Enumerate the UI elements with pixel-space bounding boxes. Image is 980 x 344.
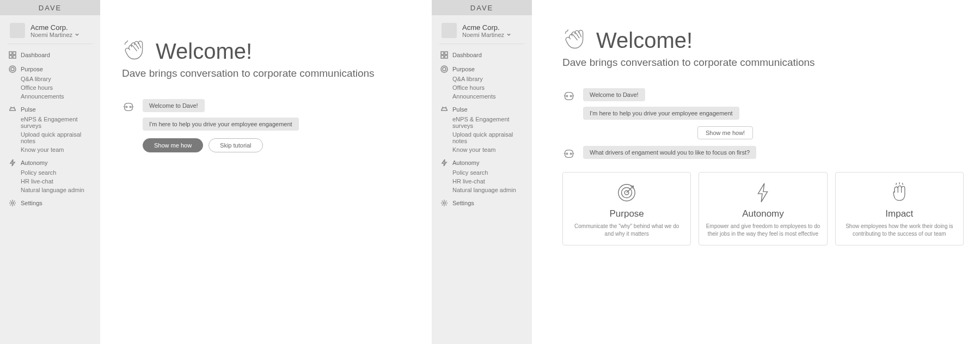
nav-label: Pulse	[452, 106, 468, 113]
nav-purpose-office[interactable]: Office hours	[9, 83, 97, 92]
svg-rect-3	[13, 56, 16, 58]
onboarding-chat: Welcome to Dave! I'm here to help you dr…	[562, 88, 964, 245]
svg-rect-1	[13, 52, 16, 54]
show-me-how-button[interactable]: Show me how	[143, 138, 203, 152]
nav-purpose-announcements[interactable]: Announcements	[440, 92, 529, 101]
org-user[interactable]: Noemi Martinez	[30, 32, 79, 38]
card-title: Impact	[842, 208, 957, 219]
nav-settings[interactable]: Settings	[9, 198, 97, 208]
svg-point-12	[443, 67, 446, 71]
nav-autonomy[interactable]: Autonomy	[440, 157, 529, 168]
chevron-down-icon	[506, 32, 511, 37]
nav-autonomy-policy[interactable]: Policy search	[9, 168, 97, 177]
svg-point-6	[11, 202, 14, 204]
nav-purpose[interactable]: Purpose	[440, 64, 529, 75]
hero: Welcome!	[122, 38, 415, 64]
bolt-icon	[706, 181, 820, 204]
target-icon	[9, 65, 16, 73]
nav-label: Pulse	[21, 106, 36, 113]
bot-message: I'm here to help you drive your employee…	[143, 118, 299, 131]
nav-label: Autonomy	[452, 159, 480, 166]
nav: Dashboard Purpose Q&A library Office hou…	[0, 50, 100, 212]
cta-row: Show me how Skip tutorial	[143, 138, 263, 152]
svg-point-11	[441, 66, 448, 72]
nav-autonomy-hr[interactable]: HR live-chat	[440, 177, 529, 186]
target-icon	[569, 181, 684, 204]
nav-autonomy-hr[interactable]: HR live-chat	[9, 177, 97, 186]
bot-message: What drivers of engament would you to li…	[583, 146, 756, 159]
wireframe-state-2: DAVE Acme Corp. Noemi Martinez Dashboard	[432, 0, 980, 344]
nav-pulse-know[interactable]: Know your team	[440, 145, 529, 154]
svg-rect-7	[441, 52, 444, 54]
divider	[439, 44, 524, 44]
svg-point-13	[443, 202, 445, 204]
card-impact[interactable]: Impact Show employees how the work their…	[835, 172, 964, 245]
org-logo-placeholder	[10, 23, 25, 38]
nav-dashboard[interactable]: Dashboard	[9, 50, 97, 60]
nav-pulse-know[interactable]: Know your team	[9, 145, 97, 154]
main-content: Welcome! Dave brings conversation to cor…	[100, 0, 432, 344]
svg-rect-8	[445, 52, 448, 54]
onboarding-chat: Welcome to Dave! I'm here to help you dr…	[122, 99, 415, 152]
nav-label: Settings	[21, 200, 42, 206]
org-switcher[interactable]: Acme Corp. Noemi Martinez	[432, 15, 532, 44]
nav-autonomy-policy[interactable]: Policy search	[440, 168, 529, 177]
nav-pulse-upload[interactable]: Upload quick appraisal notes	[440, 130, 529, 145]
bot-avatar-icon	[122, 100, 135, 113]
org-user-name: Noemi Martinez	[30, 32, 72, 38]
nav-purpose[interactable]: Purpose	[9, 64, 97, 75]
fist-icon	[842, 181, 957, 204]
page-subtitle: Dave brings conversation to corporate co…	[562, 57, 964, 69]
card-autonomy[interactable]: Autonomy Empower and give freedom to emp…	[699, 172, 827, 245]
card-desc: Communicate the "why" behind what we do …	[569, 223, 684, 237]
nav-autonomy[interactable]: Autonomy	[9, 157, 97, 168]
chevron-down-icon	[75, 32, 79, 37]
driver-cards: Purpose Communicate the "why" behind wha…	[562, 172, 964, 245]
skip-tutorial-button[interactable]: Skip tutorial	[209, 138, 262, 152]
page-title: Welcome!	[596, 28, 693, 53]
nav-pulse-upload[interactable]: Upload quick appraisal notes	[9, 130, 97, 145]
nav-settings[interactable]: Settings	[440, 198, 529, 208]
card-desc: Show employees how the work their doing …	[842, 223, 957, 237]
svg-rect-10	[445, 56, 448, 58]
bot-avatar-icon	[562, 89, 575, 102]
card-purpose[interactable]: Purpose Communicate the "why" behind wha…	[562, 172, 691, 245]
nav-purpose-announcements[interactable]: Announcements	[9, 92, 97, 101]
nav-label: Settings	[452, 200, 474, 206]
nav-label: Purpose	[21, 66, 43, 72]
card-desc: Empower and give freedom to employees to…	[706, 223, 820, 237]
dashboard-icon	[9, 51, 16, 59]
brand-header: DAVE	[432, 0, 532, 15]
nav-purpose-qa[interactable]: Q&A library	[9, 75, 97, 83]
pulse-icon	[440, 106, 448, 113]
nav-purpose-office[interactable]: Office hours	[440, 83, 529, 92]
main-content: Welcome! Dave brings conversation to cor…	[532, 0, 980, 344]
bot-message: I'm here to help you drive your employee…	[583, 107, 739, 120]
card-title: Purpose	[569, 208, 684, 219]
nav-pulse[interactable]: Pulse	[440, 104, 529, 115]
nav-dashboard[interactable]: Dashboard	[440, 50, 529, 60]
nav: Dashboard Purpose Q&A library Office hou…	[432, 50, 532, 212]
nav-label: Purpose	[452, 66, 475, 72]
nav-purpose-qa[interactable]: Q&A library	[440, 75, 529, 83]
bot-message: Welcome to Dave!	[143, 99, 205, 112]
target-icon	[440, 65, 448, 73]
nav-pulse-enps[interactable]: eNPS & Engagement surveys	[440, 115, 529, 130]
svg-rect-0	[9, 52, 12, 54]
page-title: Welcome!	[156, 39, 252, 64]
dashboard-icon	[440, 51, 448, 59]
nav-label: Dashboard	[21, 52, 50, 58]
nav-pulse[interactable]: Pulse	[9, 104, 97, 115]
nav-pulse-enps[interactable]: eNPS & Engagement surveys	[9, 115, 97, 130]
org-switcher[interactable]: Acme Corp. Noemi Martinez	[0, 15, 100, 44]
bolt-icon	[440, 159, 448, 167]
nav-autonomy-nlp[interactable]: Natural language admin	[9, 186, 97, 194]
nav-label: Autonomy	[21, 159, 48, 166]
hero: Welcome!	[562, 27, 964, 53]
sidebar: DAVE Acme Corp. Noemi Martinez Dashboard	[432, 0, 532, 344]
org-user[interactable]: Noemi Martinez	[462, 32, 511, 38]
org-name: Acme Corp.	[462, 23, 511, 32]
nav-autonomy-nlp[interactable]: Natural language admin	[440, 186, 529, 194]
bot-message: Welcome to Dave!	[583, 88, 645, 101]
user-message: Show me how!	[697, 126, 753, 139]
